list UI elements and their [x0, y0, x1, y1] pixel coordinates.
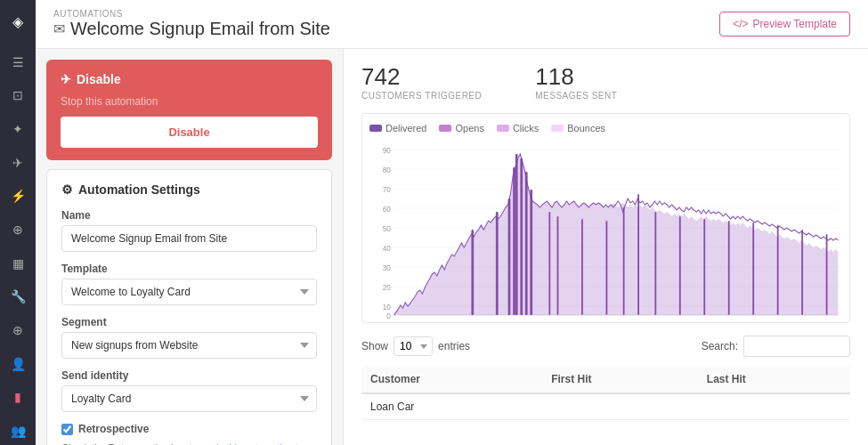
- first-hit-cell: [542, 393, 698, 420]
- search-input[interactable]: [743, 336, 850, 357]
- legend-opens: Opens: [439, 123, 483, 134]
- bounces-swatch: [551, 125, 564, 132]
- legend-delivered: Delivered: [369, 123, 426, 134]
- svg-rect-29: [548, 212, 550, 315]
- messages-sent-value: 118: [535, 63, 617, 91]
- header-left: AUTOMATIONS ✉ Welcome Signup Email from …: [53, 9, 330, 39]
- clicks-swatch: [497, 125, 509, 132]
- svg-rect-26: [520, 158, 523, 315]
- svg-rect-30: [557, 216, 559, 315]
- chart-container: Delivered Opens Clicks Bounces: [361, 113, 850, 323]
- svg-rect-39: [752, 222, 754, 315]
- sidebar-item-automations[interactable]: ⚡: [2, 182, 34, 210]
- disable-card: ✈ Disable Stop this automation Disable: [46, 60, 332, 160]
- name-input[interactable]: [61, 225, 317, 252]
- svg-text:10: 10: [383, 303, 391, 312]
- table-row: Loan Car: [361, 393, 850, 420]
- svg-rect-24: [513, 167, 515, 315]
- sidebar-item-dashboard[interactable]: ⊡: [2, 81, 34, 109]
- last-hit-column-header: Last Hit: [698, 366, 850, 393]
- svg-text:40: 40: [383, 244, 391, 253]
- svg-rect-33: [623, 207, 625, 315]
- delivered-swatch: [369, 125, 382, 132]
- svg-rect-34: [637, 194, 639, 315]
- svg-text:50: 50: [383, 224, 391, 233]
- svg-rect-27: [525, 172, 528, 315]
- sidebar: ◈ ☰ ⊡ ✦ ✈ ⚡ ⊕ ▦ 🔧 ⊕ 👤 ▮ 👥: [0, 0, 36, 445]
- svg-rect-35: [654, 212, 656, 315]
- customer-cell: Loan Car: [361, 393, 542, 420]
- template-select[interactable]: Welcome to Loyalty Card: [61, 279, 317, 305]
- retrospective-description: Check the Retrospective box to apply thi…: [61, 441, 317, 445]
- svg-rect-25: [515, 154, 518, 315]
- messages-sent-label: MESSAGES SENT: [535, 91, 617, 101]
- content-area: ✈ Disable Stop this automation Disable ⚙…: [36, 49, 868, 445]
- messages-sent-stat: 118 MESSAGES SENT: [535, 63, 617, 101]
- opens-label: Opens: [455, 123, 483, 134]
- send-identity-select[interactable]: Loyalty Card: [61, 385, 317, 412]
- svg-text:20: 20: [383, 283, 391, 292]
- svg-rect-38: [728, 221, 730, 315]
- sidebar-item-tools[interactable]: 🔧: [2, 283, 34, 312]
- last-hit-cell: [698, 393, 850, 420]
- preview-template-button[interactable]: </> Preview Template: [719, 12, 850, 36]
- sidebar-item-contacts[interactable]: 👥: [2, 417, 34, 445]
- svg-rect-31: [581, 219, 583, 315]
- svg-text:90: 90: [383, 146, 391, 155]
- settings-card: ⚙ Automation Settings Name Template Welc…: [46, 169, 332, 445]
- svg-text:0: 0: [386, 312, 391, 319]
- settings-card-title: ⚙ Automation Settings: [61, 182, 317, 197]
- page-title: ✉ Welcome Signup Email from Site: [53, 19, 330, 39]
- table-header: Customer First Hit Last Hit: [361, 366, 850, 393]
- sidebar-logo: ◈: [4, 9, 31, 36]
- page-title-text: Welcome Signup Email from Site: [70, 19, 330, 39]
- left-panel: ✈ Disable Stop this automation Disable ⚙…: [36, 49, 343, 445]
- show-label: Show: [361, 340, 388, 352]
- clicks-label: Clicks: [513, 123, 539, 134]
- svg-rect-23: [508, 198, 511, 315]
- sidebar-item-integrations[interactable]: ⊕: [2, 215, 34, 244]
- svg-rect-36: [679, 216, 681, 315]
- svg-rect-22: [496, 212, 499, 315]
- sidebar-item-reports[interactable]: ▦: [2, 249, 34, 278]
- name-field-group: Name: [61, 209, 317, 252]
- retrospective-checkbox[interactable]: [61, 424, 73, 435]
- template-label: Template: [61, 263, 317, 275]
- disable-plane-icon: ✈: [61, 72, 71, 86]
- first-hit-column-header: First Hit: [542, 366, 698, 393]
- customers-triggered-label: CUSTOMERS TRIGGERED: [361, 91, 482, 101]
- right-panel: 742 CUSTOMERS TRIGGERED 118 MESSAGES SEN…: [343, 49, 868, 445]
- table-header-row: Customer First Hit Last Hit: [361, 366, 850, 393]
- send-identity-label: Send identity: [61, 369, 317, 382]
- svg-rect-41: [801, 230, 803, 315]
- sidebar-item-menu[interactable]: ☰: [2, 48, 34, 77]
- sidebar-item-settings[interactable]: ⊕: [2, 316, 34, 344]
- sidebar-item-send[interactable]: ✈: [2, 149, 34, 177]
- disable-button[interactable]: Disable: [61, 117, 318, 148]
- sidebar-item-campaigns[interactable]: ✦: [2, 115, 34, 143]
- entries-per-page-select[interactable]: 10 25 50: [393, 336, 433, 356]
- segment-field-group: Segment New signups from Website: [61, 316, 317, 359]
- chart-svg: 90 80 70 60 50 40 30 20 10 0: [369, 141, 842, 319]
- svg-rect-42: [826, 234, 828, 315]
- sidebar-item-analytics[interactable]: ▮: [2, 384, 34, 412]
- svg-rect-28: [530, 190, 532, 315]
- bounces-label: Bounces: [567, 123, 605, 134]
- customer-table: Customer First Hit Last Hit Loan Car: [361, 366, 850, 420]
- customer-column-header: Customer: [361, 366, 542, 393]
- chart-area: 90 80 70 60 50 40 30 20 10 0: [369, 141, 842, 319]
- svg-rect-21: [471, 230, 474, 315]
- svg-rect-32: [606, 221, 608, 315]
- svg-rect-40: [777, 225, 779, 315]
- disable-card-subtitle: Stop this automation: [61, 95, 318, 108]
- opens-swatch: [439, 125, 451, 132]
- svg-rect-37: [703, 219, 705, 315]
- chart-legend: Delivered Opens Clicks Bounces: [369, 123, 842, 134]
- svg-text:70: 70: [383, 185, 391, 194]
- name-label: Name: [61, 209, 317, 222]
- disable-card-title: ✈ Disable: [61, 72, 318, 86]
- segment-select[interactable]: New signups from Website: [61, 332, 317, 359]
- svg-text:30: 30: [383, 263, 391, 272]
- send-identity-field-group: Send identity Loyalty Card: [61, 369, 317, 412]
- sidebar-item-users[interactable]: 👤: [2, 350, 34, 378]
